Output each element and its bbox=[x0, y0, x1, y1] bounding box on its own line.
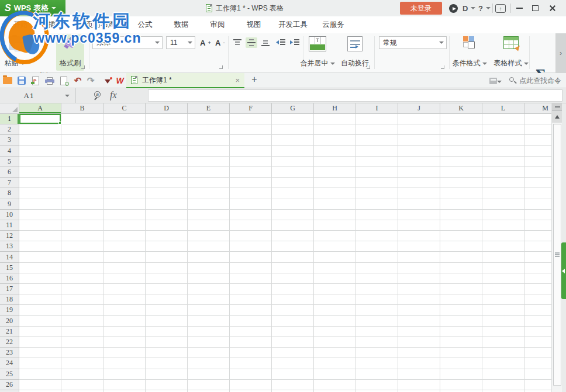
cell-D14[interactable] bbox=[146, 252, 188, 262]
cell-I6[interactable] bbox=[356, 167, 398, 178]
cell-F11[interactable] bbox=[230, 220, 272, 231]
cell-H12[interactable] bbox=[314, 231, 356, 241]
tab-close-icon[interactable]: × bbox=[235, 76, 240, 85]
cell-K1[interactable] bbox=[440, 114, 482, 124]
print-button[interactable] bbox=[44, 75, 55, 86]
cell-G21[interactable] bbox=[272, 327, 314, 337]
column-header-B[interactable]: B bbox=[61, 103, 103, 114]
cell-D20[interactable] bbox=[146, 316, 188, 327]
align-middle-button[interactable] bbox=[246, 37, 257, 48]
row-header-6[interactable]: 6 bbox=[0, 167, 19, 178]
cell-D1[interactable] bbox=[146, 114, 188, 124]
cell-B3[interactable] bbox=[61, 135, 103, 145]
menu-tab-4[interactable]: 公式 bbox=[127, 16, 163, 33]
cell-F13[interactable] bbox=[230, 241, 272, 252]
cell-H6[interactable] bbox=[314, 167, 356, 178]
skin-icon[interactable] bbox=[449, 4, 458, 13]
cell-F18[interactable] bbox=[230, 294, 272, 305]
cell-J25[interactable] bbox=[398, 369, 440, 380]
cell-C16[interactable] bbox=[103, 273, 146, 284]
scroll-up-button[interactable] bbox=[552, 111, 562, 123]
cell-B19[interactable] bbox=[61, 305, 103, 315]
cell-C10[interactable] bbox=[103, 210, 146, 220]
cell-M6[interactable] bbox=[524, 167, 551, 178]
cell-D22[interactable] bbox=[146, 337, 188, 348]
cell-I13[interactable] bbox=[356, 241, 398, 252]
column-header-I[interactable]: I bbox=[356, 103, 398, 114]
cell-L18[interactable] bbox=[482, 294, 524, 305]
minimize-button[interactable] bbox=[515, 4, 524, 13]
cell-A16[interactable] bbox=[19, 273, 61, 284]
row-header-2[interactable]: 2 bbox=[0, 124, 19, 135]
cell-D23[interactable] bbox=[146, 348, 188, 358]
cell-G19[interactable] bbox=[272, 305, 314, 315]
cell-D4[interactable] bbox=[146, 146, 188, 157]
cell-K9[interactable] bbox=[440, 199, 482, 210]
menu-tab-9[interactable]: 云服务 bbox=[314, 16, 353, 33]
cell-J7[interactable] bbox=[398, 178, 440, 188]
cell-I19[interactable] bbox=[356, 305, 398, 315]
cell-C7[interactable] bbox=[103, 178, 146, 188]
cell-F16[interactable] bbox=[230, 273, 272, 284]
cell-M22[interactable] bbox=[524, 337, 551, 348]
cell-C17[interactable] bbox=[103, 284, 146, 294]
cell-B22[interactable] bbox=[61, 337, 103, 348]
cell-E9[interactable] bbox=[188, 199, 230, 210]
cell-I21[interactable] bbox=[356, 327, 398, 337]
cell-J11[interactable] bbox=[398, 220, 440, 231]
cell-M24[interactable] bbox=[524, 358, 551, 369]
cell-F17[interactable] bbox=[230, 284, 272, 294]
cell-G26[interactable] bbox=[272, 380, 314, 390]
row-header-10[interactable]: 10 bbox=[0, 210, 19, 220]
cell-G24[interactable] bbox=[272, 358, 314, 369]
cell-F24[interactable] bbox=[230, 358, 272, 369]
cell-J19[interactable] bbox=[398, 305, 440, 315]
cell-J26[interactable] bbox=[398, 380, 440, 390]
cell-H10[interactable] bbox=[314, 210, 356, 220]
cell-A20[interactable] bbox=[19, 316, 61, 327]
cell-L6[interactable] bbox=[482, 167, 524, 178]
cell-C13[interactable] bbox=[103, 241, 146, 252]
column-header-A[interactable]: A bbox=[19, 103, 61, 114]
cell-A14[interactable] bbox=[19, 252, 61, 262]
formula-input[interactable] bbox=[148, 89, 562, 102]
cell-L5[interactable] bbox=[482, 157, 524, 167]
recalc-search-icon[interactable]: R bbox=[94, 91, 103, 100]
cell-A3[interactable] bbox=[19, 135, 61, 145]
cell-E16[interactable] bbox=[188, 273, 230, 284]
cell-E21[interactable] bbox=[188, 327, 230, 337]
cell-A9[interactable] bbox=[19, 199, 61, 210]
cell-J15[interactable] bbox=[398, 263, 440, 273]
cell-G10[interactable] bbox=[272, 210, 314, 220]
cell-I23[interactable] bbox=[356, 348, 398, 358]
column-header-G[interactable]: G bbox=[272, 103, 314, 114]
row-header-18[interactable]: 18 bbox=[0, 294, 19, 305]
cell-B9[interactable] bbox=[61, 199, 103, 210]
cell-C22[interactable] bbox=[103, 337, 146, 348]
cell-A13[interactable] bbox=[19, 241, 61, 252]
cell-M26[interactable] bbox=[524, 380, 551, 390]
cell-L24[interactable] bbox=[482, 358, 524, 369]
row-header-15[interactable]: 15 bbox=[0, 263, 19, 273]
cell-L2[interactable] bbox=[482, 124, 524, 135]
cell-G17[interactable] bbox=[272, 284, 314, 294]
open-button[interactable] bbox=[2, 75, 13, 86]
cell-E24[interactable] bbox=[188, 358, 230, 369]
cell-I26[interactable] bbox=[356, 380, 398, 390]
vertical-scrollbar[interactable] bbox=[551, 103, 562, 392]
cell-C2[interactable] bbox=[103, 124, 146, 135]
cell-M8[interactable] bbox=[524, 188, 551, 199]
row-header-22[interactable]: 22 bbox=[0, 337, 19, 348]
cell-L13[interactable] bbox=[482, 241, 524, 252]
cell-L25[interactable] bbox=[482, 369, 524, 380]
cell-J4[interactable] bbox=[398, 146, 440, 157]
cell-B13[interactable] bbox=[61, 241, 103, 252]
cell-F26[interactable] bbox=[230, 380, 272, 390]
cell-J14[interactable] bbox=[398, 252, 440, 262]
cell-H22[interactable] bbox=[314, 337, 356, 348]
cell-J8[interactable] bbox=[398, 188, 440, 199]
column-header-F[interactable]: F bbox=[230, 103, 272, 114]
number-format-select[interactable]: 常规 bbox=[379, 36, 447, 49]
find-command-icon[interactable] bbox=[508, 75, 518, 86]
cell-A17[interactable] bbox=[19, 284, 61, 294]
